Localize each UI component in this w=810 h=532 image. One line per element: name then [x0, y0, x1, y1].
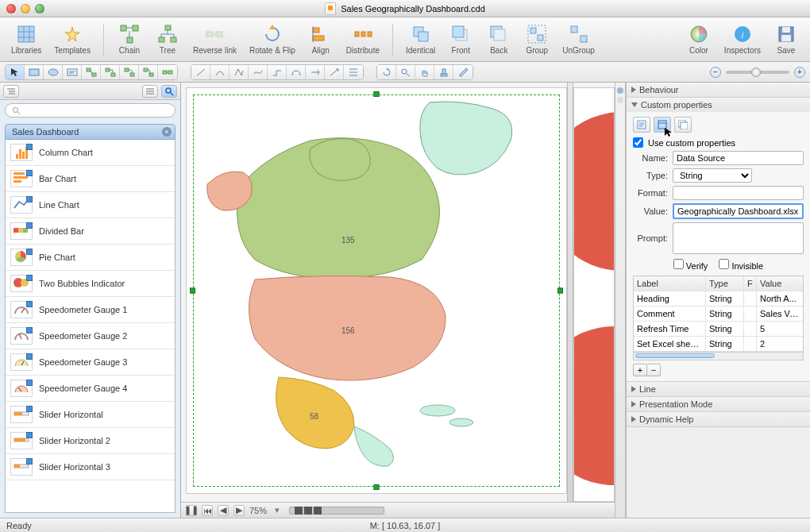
section-behaviour[interactable]: Behaviour: [627, 83, 810, 97]
svg-rect-52: [168, 71, 172, 74]
libraries-button[interactable]: Libraries: [6, 22, 46, 56]
svg-rect-86: [14, 465, 20, 468]
page-prev-button[interactable]: ◀: [218, 505, 229, 516]
connector-5-tool[interactable]: [158, 65, 177, 79]
zoom-in-button[interactable]: +: [794, 67, 805, 78]
connector-3-tool[interactable]: [120, 65, 139, 79]
group-button[interactable]: Group: [519, 22, 554, 56]
line-tool-7[interactable]: [306, 65, 325, 79]
refresh-tool[interactable]: [377, 65, 396, 79]
rect-tool[interactable]: [25, 65, 44, 79]
connector-2-tool[interactable]: [101, 65, 120, 79]
align-button[interactable]: Align: [303, 22, 338, 56]
identical-button[interactable]: Identical: [401, 22, 440, 56]
inspectors-button[interactable]: iInspectors: [719, 22, 766, 56]
color-button[interactable]: Color: [681, 22, 716, 56]
eyedropper-tool[interactable]: [453, 65, 472, 79]
panel-mode-list[interactable]: [142, 85, 158, 98]
library-item[interactable]: Slider Horizontal 2: [6, 428, 175, 454]
section-dynamic-help[interactable]: Dynamic Help: [627, 412, 810, 426]
library-item[interactable]: Column Chart: [6, 140, 175, 166]
text-tool[interactable]: [63, 65, 82, 79]
line-tool-5[interactable]: [268, 65, 287, 79]
table-row[interactable]: Set Excel sheet...String2: [634, 337, 803, 352]
panel-search-button[interactable]: [161, 85, 177, 98]
library-close-button[interactable]: ×: [162, 127, 172, 137]
prop-prompt-input[interactable]: [673, 222, 804, 254]
line-tool-6[interactable]: [287, 65, 306, 79]
library-title-bar[interactable]: Sales Dashboard ×: [5, 124, 176, 140]
zoom-out-button[interactable]: −: [710, 67, 721, 78]
use-custom-checkbox[interactable]: [633, 137, 643, 148]
front-button[interactable]: Front: [443, 22, 478, 56]
library-item[interactable]: Speedometer Gauge 2: [6, 323, 175, 349]
library-item[interactable]: Slider Horizontal 3: [6, 454, 175, 480]
line-tool-4[interactable]: [249, 65, 268, 79]
remove-row-button[interactable]: −: [646, 364, 661, 376]
section-line[interactable]: Line: [627, 382, 810, 396]
library-search-input[interactable]: [23, 106, 168, 115]
prop-type-select[interactable]: String: [673, 168, 752, 183]
table-hscroll[interactable]: [633, 353, 804, 360]
reverse-link-button[interactable]: Reverse link: [188, 22, 241, 56]
pan-tool[interactable]: [415, 65, 434, 79]
back-button[interactable]: Back: [481, 22, 516, 56]
distribute-button[interactable]: Distribute: [341, 22, 384, 56]
save-button[interactable]: Save: [769, 22, 804, 56]
verify-checkbox[interactable]: Verify: [673, 259, 708, 271]
canvas-page-2[interactable]: [573, 87, 615, 502]
page-next-button[interactable]: ▶: [233, 505, 245, 516]
library-item[interactable]: Speedometer Gauge 1: [6, 297, 175, 323]
canvas-splitter[interactable]: [567, 83, 573, 502]
add-row-button[interactable]: +: [633, 364, 647, 376]
ungroup-button[interactable]: UnGroup: [557, 22, 600, 56]
pointer-tool[interactable]: [6, 65, 25, 79]
panel-mode-tree[interactable]: [3, 85, 19, 98]
line-tool-3[interactable]: [230, 65, 249, 79]
magnify-tool[interactable]: [396, 65, 415, 79]
rotate-flip-button[interactable]: Rotate & Flip: [245, 22, 300, 56]
library-item[interactable]: Bar Chart: [6, 166, 175, 192]
page-scroll[interactable]: [289, 507, 384, 515]
library-search[interactable]: [5, 103, 176, 118]
library-item[interactable]: Two Bubbles Indicator: [6, 271, 175, 297]
prop-tab-3[interactable]: [674, 117, 692, 133]
close-window-button[interactable]: [6, 4, 16, 13]
library-item[interactable]: Line Chart: [6, 192, 175, 218]
table-row[interactable]: CommentStringSales Vo...: [634, 306, 803, 322]
library-item[interactable]: Slider Horizontal: [6, 402, 175, 428]
section-custom-properties[interactable]: Custom properties: [627, 98, 810, 112]
zoom-slider[interactable]: [726, 71, 789, 74]
templates-button[interactable]: Templates: [49, 22, 95, 56]
prop-name-input[interactable]: [673, 151, 804, 165]
connector-4-tool[interactable]: [139, 65, 158, 79]
prop-tab-1[interactable]: [633, 117, 650, 133]
table-row[interactable]: Refresh TimeString5: [634, 322, 803, 337]
library-item[interactable]: Pie Chart: [6, 245, 175, 271]
library-item[interactable]: Divided Bar: [6, 218, 175, 245]
stamp-tool[interactable]: [434, 65, 453, 79]
section-presentation[interactable]: Presentation Mode: [627, 397, 810, 411]
tree-button[interactable]: Tree: [150, 22, 185, 56]
line-tool-9[interactable]: [344, 65, 363, 79]
page-first-button[interactable]: ⏮: [202, 505, 213, 516]
line-tool-8[interactable]: [325, 65, 344, 79]
canvas-page[interactable]: 135 156 58: [186, 87, 567, 494]
minimize-window-button[interactable]: [21, 4, 30, 13]
svg-rect-70: [14, 180, 21, 183]
library-item[interactable]: Speedometer Gauge 3: [6, 349, 175, 376]
chain-button[interactable]: Chain: [112, 22, 147, 56]
table-row[interactable]: HeadingStringNorth A...: [634, 291, 803, 306]
prop-value-input[interactable]: [673, 203, 804, 219]
connector-1-tool[interactable]: [82, 65, 101, 79]
library-list[interactable]: Column ChartBar ChartLine ChartDivided B…: [5, 140, 176, 513]
library-item[interactable]: Speedometer Gauge 4: [6, 376, 175, 402]
prop-tab-2[interactable]: [654, 117, 671, 133]
pause-button[interactable]: ❚❚: [186, 505, 197, 516]
prop-format-input[interactable]: [673, 186, 804, 200]
zoom-window-button[interactable]: [35, 4, 44, 13]
line-tool-2[interactable]: [210, 65, 230, 79]
ellipse-tool[interactable]: [44, 65, 63, 79]
line-tool-1[interactable]: [191, 65, 210, 79]
invisible-checkbox[interactable]: Invisible: [719, 259, 763, 271]
